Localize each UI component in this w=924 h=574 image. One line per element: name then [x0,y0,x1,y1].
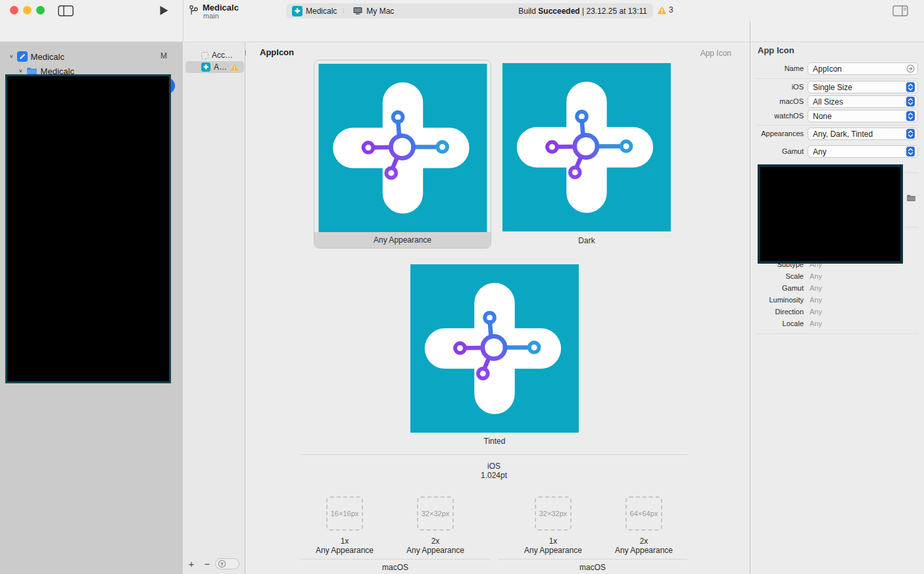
scheme-separator: 〉 [340,7,349,16]
source-control-status-badge: M [160,51,167,60]
scheme-status-bar[interactable]: ✚ Medicalc 〉 My Mac Build Succeeded | 23… [286,3,653,18]
toggle-right-inspector-icon[interactable] [892,5,908,16]
size-slot-64[interactable]: 64×64px [625,496,662,531]
size-slot-label: 2xAny Appearance [598,537,690,556]
disclosure-triangle-icon[interactable]: ∨ [18,68,23,74]
xcode-window: Medicalc main ✚ Medicalc 〉 My Mac Build … [0,0,924,574]
jump-arrow-icon[interactable] [906,64,915,73]
zoom-window-button[interactable] [36,6,45,14]
popup-stepper-icon [906,97,915,107]
name-row: Name AppIcon [750,62,924,74]
navigator-project-label: Medicalc [31,52,64,62]
group-divider [301,454,687,455]
appicon-slot-any[interactable]: Any Appearance [314,60,491,249]
inspector-section-divider [756,78,919,79]
macos-group-label: macOS [498,563,687,573]
inspector-title: App Icon [758,45,794,55]
slot-caption: Tinted [410,437,579,446]
asset-list-item-appicon[interactable]: ✚ A… [185,61,244,73]
asset-list-item-accent[interactable]: Acc… [185,49,244,61]
gamut-row: Gamut Any [750,145,924,157]
size-slot-32b[interactable]: 32×32px [535,496,571,531]
project-file-icon [17,51,28,62]
redacted-region [5,74,171,383]
macos-group-label: macOS [301,563,490,573]
asset-list-toolbar: + − [183,557,245,570]
navigator-toolbar-divider [183,0,183,42]
window-toolbar: Medicalc main ✚ Medicalc 〉 My Mac Build … [0,0,924,21]
app-scheme-icon: ✚ [292,6,303,16]
jump-bar-row: ‹ › Medicalc 〉 Medicalc 〉 [0,21,924,42]
appicon-slot-tinted[interactable] [410,264,579,433]
minimize-window-button[interactable] [23,6,32,14]
window-controls [10,6,45,14]
editor-corner-label: App Icon [700,49,731,58]
inspector-side-divider [905,227,919,227]
asset-editor: AppIcon App Icon Any Appearance Dark Tin… [246,42,750,574]
gamut-select[interactable]: Any [808,145,918,158]
name-input[interactable]: AppIcon [808,62,918,75]
group-divider [301,559,490,560]
ios-size-select[interactable]: Single Size [808,81,918,93]
popup-stepper-icon [906,129,915,139]
scheme-project-label[interactable]: Medicalc [306,7,337,16]
appearances-row: Appearances Any, Dark, Tinted [750,128,924,139]
warning-triangle-icon [230,64,239,71]
popup-stepper-icon [906,82,915,92]
macos-size-select[interactable]: All Sizes [808,95,918,108]
slot-caption: Dark [502,236,671,245]
name-label: Name [750,64,804,72]
macos-row: macOS All Sizes [750,95,924,107]
inspector-section-divider [756,333,919,334]
add-asset-button[interactable]: + [183,558,199,569]
asset-item-label: A… [214,62,227,72]
watchos-size-select[interactable]: None [808,110,918,122]
size-slot-label: 1xAny Appearance [507,537,599,556]
size-slot-label: 1xAny Appearance [299,537,391,556]
asset-item-label: Acc… [212,51,233,60]
show-in-finder-folder-icon[interactable] [906,194,916,202]
my-mac-icon [353,7,363,15]
toolbar-branch-name[interactable]: main [203,12,219,20]
inspector-side-divider [905,172,919,173]
ios-row: iOS Single Size [750,81,924,93]
disclosure-triangle-icon[interactable]: ∨ [9,54,14,59]
toggle-left-sidebar-icon[interactable] [58,5,74,16]
run-button[interactable] [158,5,170,16]
appicon-artwork [318,64,487,232]
group-divider [498,559,687,560]
close-window-button[interactable] [10,6,18,14]
empty-asset-icon [201,52,208,59]
appearances-select[interactable]: Any, Dark, Tinted [808,128,918,140]
toolbar-warning-counter[interactable]: 3 [657,5,673,14]
build-status-text: Build Succeeded | 23.12.25 at 13:11 [518,7,647,16]
filter-icon [218,560,226,568]
warning-count: 3 [669,5,673,14]
source-control-branch-icon [188,5,199,17]
warning-triangle-icon [657,6,667,14]
appicon-slot-dark[interactable] [502,63,671,231]
filter-field[interactable] [215,558,239,569]
attr-row-gamut: Gamut Any [750,282,924,294]
attributes-inspector: App Icon Name AppIcon iOS Single Size [750,42,924,574]
scheme-destination-label[interactable]: My Mac [366,7,394,16]
attr-row-direction: Direction Any [750,306,924,318]
size-slot-32a[interactable]: 32×32px [417,496,454,531]
watchos-row: watchOS None [750,110,924,122]
inspector-section-divider [756,125,919,126]
asset-list-panel: Acc… ✚ A… + − [183,42,245,574]
name-value: AppIcon [813,64,906,74]
popup-stepper-icon [906,111,915,121]
popup-stepper-icon [906,147,915,156]
remove-asset-button[interactable]: − [199,558,215,569]
toolbar-project-name[interactable]: Medicalc [203,3,239,12]
editor-title: AppIcon [260,47,294,57]
redacted-region [758,164,903,264]
navigator-row-project[interactable]: ∨ Medicalc [9,50,64,63]
attr-row-scale: Scale Any [750,270,924,282]
size-slot-label: 2xAny Appearance [389,537,481,556]
attr-row-locale: Locale Any [750,318,924,329]
slot-caption: Any Appearance [314,232,491,248]
project-navigator: ∨ Medicalc M ∨ Medicalc [0,42,183,574]
size-slot-16[interactable]: 16×16px [326,496,363,531]
